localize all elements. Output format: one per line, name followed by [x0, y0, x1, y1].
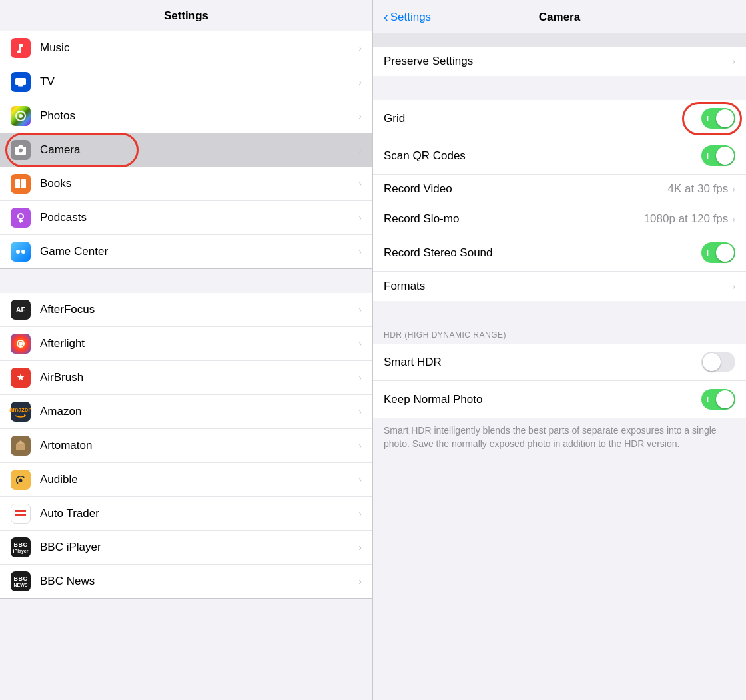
bbciplayer-label: BBC iPlayer — [40, 541, 358, 554]
sidebar-item-amazon[interactable]: amazon Amazon › — [0, 395, 372, 429]
sidebar-item-podcasts[interactable]: Podcasts › — [0, 201, 372, 235]
sidebar-item-books[interactable]: Books › — [0, 167, 372, 201]
back-chevron-icon: ‹ — [384, 9, 388, 25]
gamecenter-icon — [11, 242, 31, 262]
bbciplayer-chevron: › — [358, 542, 362, 553]
sidebar-item-camera[interactable]: Camera › — [0, 133, 372, 167]
preserve-settings-item[interactable]: Preserve Settings › — [373, 47, 746, 76]
preserve-settings-section: Preserve Settings › — [373, 47, 746, 76]
grid-item[interactable]: Grid I — [373, 100, 746, 137]
section-gap-hdr — [373, 301, 746, 325]
sidebar-item-audible[interactable]: Audible › — [0, 463, 372, 497]
grid-toggle-knob — [716, 109, 734, 127]
sidebar-item-tv[interactable]: TV › — [0, 65, 372, 99]
keep-normal-photo-toggle[interactable]: I — [701, 389, 735, 410]
scan-qr-item[interactable]: Scan QR Codes I — [373, 137, 746, 175]
svg-rect-10 — [16, 444, 25, 450]
artomaton-icon — [11, 436, 31, 456]
books-icon — [11, 174, 31, 194]
record-stereo-item[interactable]: Record Stereo Sound I — [373, 234, 746, 272]
record-video-item[interactable]: Record Video 4K at 30 fps › — [373, 175, 746, 204]
svg-point-6 — [16, 250, 20, 254]
audible-icon — [11, 470, 31, 490]
scan-qr-toggle[interactable]: I — [701, 145, 735, 166]
right-header: ‹ Settings Camera — [373, 0, 746, 33]
books-chevron: › — [358, 178, 362, 189]
smart-hdr-label: Smart HDR — [384, 356, 701, 369]
bbcnews-icon: BBC NEWS — [11, 571, 31, 591]
autotrader-chevron: › — [358, 508, 362, 519]
hdr-description: Smart HDR intelligently blends the best … — [373, 418, 746, 458]
bbcnews-label: BBC News — [40, 575, 358, 588]
sidebar-item-music[interactable]: Music › — [0, 31, 372, 65]
right-panel: ‹ Settings Camera Preserve Settings › Gr… — [373, 0, 746, 700]
sidebar-item-bbcnews[interactable]: BBC NEWS BBC News › — [0, 565, 372, 598]
airbrush-icon — [11, 368, 31, 388]
record-stereo-label: Record Stereo Sound — [384, 246, 701, 260]
camera-chevron: › — [358, 145, 362, 155]
left-panel: Settings Music › TV › Photos › — [0, 0, 373, 700]
scan-qr-toggle-knob — [716, 147, 734, 165]
back-label: Settings — [390, 11, 431, 24]
artomaton-label: Artomaton — [40, 439, 358, 452]
sidebar-item-airbrush[interactable]: AirBrush › — [0, 361, 372, 395]
music-icon — [11, 38, 31, 58]
smart-hdr-toggle[interactable] — [701, 352, 735, 372]
sidebar-item-photos[interactable]: Photos › — [0, 99, 372, 133]
camera-label: Camera — [40, 143, 358, 157]
sidebar-item-afterlight[interactable]: Afterlight › — [0, 327, 372, 361]
photos-icon — [11, 106, 31, 126]
record-video-chevron: › — [732, 184, 735, 194]
grid-toggle[interactable]: I — [701, 108, 735, 129]
gamecenter-chevron: › — [358, 246, 362, 257]
afterfocus-label: AfterFocus — [40, 303, 358, 316]
grid-label: Grid — [384, 112, 701, 125]
record-stereo-toggle[interactable]: I — [701, 242, 735, 263]
sidebar-item-artomaton[interactable]: Artomaton › — [0, 429, 372, 463]
record-slomo-label: Record Slo-mo — [384, 212, 644, 226]
svg-point-2 — [19, 114, 23, 118]
afterlight-chevron: › — [358, 338, 362, 349]
keep-normal-photo-item[interactable]: Keep Normal Photo I — [373, 381, 746, 418]
svg-point-5 — [18, 214, 23, 219]
audible-chevron: › — [358, 474, 362, 485]
amazon-icon: amazon — [11, 402, 31, 422]
smart-hdr-item[interactable]: Smart HDR — [373, 344, 746, 381]
bbciplayer-icon: BBC iPlayer — [11, 537, 31, 557]
amazon-chevron: › — [358, 406, 362, 417]
keep-normal-photo-toggle-knob — [716, 390, 734, 408]
record-video-value: 4K at 30 fps — [668, 182, 729, 196]
preserve-settings-label: Preserve Settings — [384, 55, 732, 68]
third-party-list: AF AfterFocus › Afterlight › AirBrush › … — [0, 293, 372, 599]
sidebar-item-bbciplayer[interactable]: BBC iPlayer BBC iPlayer › — [0, 531, 372, 565]
svg-rect-13 — [15, 510, 26, 512]
artomaton-chevron: › — [358, 440, 362, 451]
record-slomo-item[interactable]: Record Slo-mo 1080p at 120 fps › — [373, 204, 746, 234]
formats-chevron: › — [732, 281, 735, 292]
audible-label: Audible — [40, 473, 358, 486]
tv-icon — [11, 72, 31, 92]
record-slomo-chevron: › — [732, 214, 735, 224]
preserve-settings-chevron: › — [732, 56, 735, 67]
sidebar-item-autotrader[interactable]: Auto Trader › — [0, 497, 372, 531]
amazon-label: Amazon — [40, 405, 358, 418]
camera-icon — [11, 140, 31, 160]
smart-hdr-toggle-knob — [703, 353, 721, 371]
photos-label: Photos — [40, 109, 358, 123]
back-button[interactable]: ‹ Settings — [384, 9, 431, 25]
formats-item[interactable]: Formats › — [373, 272, 746, 301]
gamecenter-label: Game Center — [40, 245, 358, 258]
svg-point-12 — [19, 479, 23, 482]
photos-chevron: › — [358, 111, 362, 121]
sidebar-item-gamecenter[interactable]: Game Center › — [0, 235, 372, 268]
sidebar-item-afterfocus[interactable]: AF AfterFocus › — [0, 293, 372, 327]
right-panel-title: Camera — [539, 11, 580, 24]
main-camera-section: Grid I Scan QR Codes I Record Video 4K a… — [373, 100, 746, 301]
keep-normal-photo-label: Keep Normal Photo — [384, 393, 701, 406]
books-label: Books — [40, 177, 358, 190]
svg-point-9 — [19, 342, 22, 345]
record-slomo-value: 1080p at 120 fps — [644, 212, 729, 226]
autotrader-icon — [11, 504, 31, 524]
svg-point-7 — [21, 250, 25, 254]
svg-rect-15 — [15, 518, 26, 518]
